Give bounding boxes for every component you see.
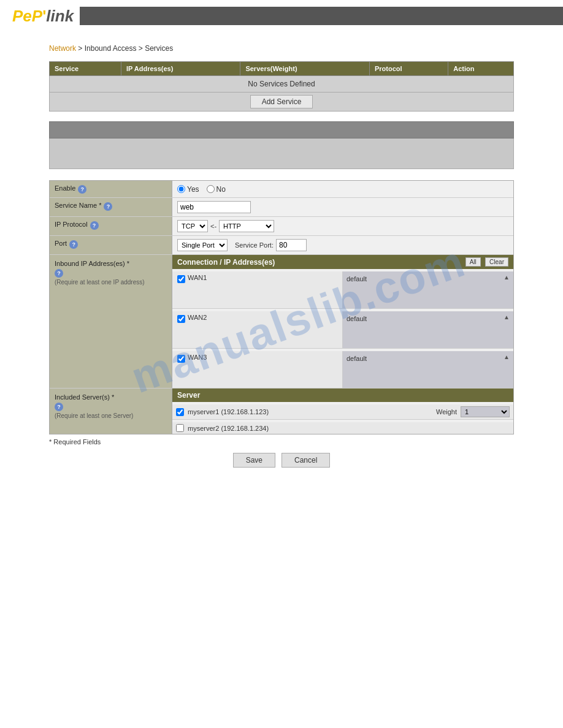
wan2-checkbox[interactable] <box>177 315 185 323</box>
wan3-checkbox-label[interactable]: WAN3 <box>177 354 207 363</box>
server1-checkbox[interactable] <box>176 408 184 416</box>
wan3-scroll-icon[interactable]: ▲ <box>504 354 510 360</box>
enable-help-icon[interactable]: ? <box>78 185 86 194</box>
logo-pep: PeP <box>12 7 42 26</box>
ip-protocol-help-icon[interactable]: ? <box>90 221 99 230</box>
included-servers-help-icon[interactable]: ? <box>55 403 63 411</box>
server-section-header: Server <box>172 389 513 402</box>
enable-label-cell: Enable ? <box>50 181 172 197</box>
included-servers-label-cell: Included Server(s) * ? (Require at least… <box>50 389 172 434</box>
save-button[interactable]: Save <box>233 453 275 468</box>
port-label-cell: Port ? <box>50 236 172 254</box>
wan1-checkbox-label[interactable]: WAN1 <box>177 274 207 283</box>
form-container: Enable ? Yes No Service Name <box>49 180 514 434</box>
wan1-ip: default <box>347 274 367 284</box>
weight-label: Weight <box>436 408 457 415</box>
enable-row: Enable ? Yes No <box>50 181 513 198</box>
wan2-ip-cell: default ▲ <box>343 311 513 348</box>
server1-row: myserver1 (192.168.1.123) Weight 1 2 3 <box>172 404 513 420</box>
enable-no-radio[interactable] <box>207 185 215 193</box>
server1-weight-select[interactable]: 1 2 3 <box>461 406 510 417</box>
all-button[interactable]: All <box>465 257 481 267</box>
service-name-label-cell: Service Name * ? <box>50 198 172 216</box>
service-port-label: Service Port: <box>235 241 274 249</box>
wan1-scroll-icon[interactable]: ▲ <box>504 274 510 281</box>
cancel-button[interactable]: Cancel <box>282 453 330 468</box>
inbound-ip-label-cell: Inbound IP Address(es) * ? (Require at l… <box>50 255 172 388</box>
breadcrumb-sep1: > <box>78 44 84 53</box>
breadcrumb-network[interactable]: Network <box>49 44 76 53</box>
main-content: Network > Inbound Access > Services Serv… <box>0 32 563 480</box>
service-name-label: Service Name * <box>55 202 101 209</box>
wan2-scroll-icon[interactable]: ▲ <box>504 314 510 320</box>
enable-yes-radio[interactable] <box>177 185 185 193</box>
wan2-row: WAN2 default ▲ <box>172 311 513 349</box>
port-type-select[interactable]: Single Port Port Range <box>177 239 228 251</box>
required-note: * Required Fields <box>49 438 514 446</box>
wan1-ip-cell: default ▲ <box>343 271 513 308</box>
col-ip-addresses: IP Address(es) <box>121 62 240 76</box>
included-servers-value-cell: Server myserver1 (192.168.1.123) Weight … <box>172 389 513 434</box>
inbound-ip-value-cell: Connection / IP Address(es) All Clear WA… <box>172 255 513 388</box>
gray-section <box>49 121 514 169</box>
col-service: Service <box>50 62 121 76</box>
service-name-value-cell <box>172 198 513 216</box>
server-header-label: Server <box>177 391 200 400</box>
service-name-help-icon[interactable]: ? <box>104 202 112 211</box>
breadcrumb-inbound-access: Inbound Access <box>85 44 137 53</box>
ip-protocol-value-cell: TCP UDP <- HTTP HTTPS FTP <box>172 217 513 235</box>
http-select[interactable]: HTTP HTTPS FTP <box>219 220 274 232</box>
port-value-input[interactable] <box>276 239 307 251</box>
no-services-text: No Services Defined <box>50 76 514 93</box>
enable-yes-label[interactable]: Yes <box>177 185 199 194</box>
service-name-input[interactable] <box>177 201 251 213</box>
enable-label: Enable <box>55 184 75 192</box>
inbound-ip-label: Inbound IP Address(es) * <box>55 260 129 267</box>
service-name-row: Service Name * ? <box>50 198 513 217</box>
port-row: Port ? Single Port Port Range Service Po… <box>50 236 513 255</box>
ip-protocol-arrow: <- <box>210 222 216 230</box>
ip-protocol-row: IP Protocol ? TCP UDP <- HTTP HTTPS FTP <box>50 217 513 236</box>
breadcrumb: Network > Inbound Access > Services <box>49 44 514 53</box>
wan2-label-cell: WAN2 <box>172 311 343 348</box>
wan1-label-cell: WAN1 <box>172 271 343 308</box>
col-protocol: Protocol <box>370 62 448 76</box>
inbound-ip-sub: (Require at least one IP address) <box>55 279 145 286</box>
wan3-checkbox[interactable] <box>177 355 185 363</box>
clear-button[interactable]: Clear <box>485 257 508 267</box>
services-table: Service IP Address(es) Servers(Weight) P… <box>49 61 514 112</box>
ip-protocol-label-cell: IP Protocol ? <box>50 217 172 235</box>
ip-protocol-label: IP Protocol <box>55 221 88 228</box>
wan1-row: WAN1 default ▲ <box>172 271 513 309</box>
ip-section-header: Connection / IP Address(es) All Clear <box>172 255 513 269</box>
included-servers-row: Included Server(s) * ? (Require at least… <box>50 389 513 434</box>
server2-checkbox[interactable] <box>176 424 184 432</box>
wan3-ip: default <box>347 354 367 363</box>
wan2-ip: default <box>347 314 367 324</box>
wan3-label: WAN3 <box>188 354 207 361</box>
col-servers-weight: Servers(Weight) <box>240 62 370 76</box>
services-table-header: Service IP Address(es) Servers(Weight) P… <box>50 62 514 76</box>
port-help-icon[interactable]: ? <box>69 240 78 249</box>
enable-value-cell: Yes No <box>172 181 513 197</box>
logo-link: link <box>46 7 74 26</box>
breadcrumb-sep2: > <box>139 44 145 53</box>
connection-header-label: Connection / IP Address(es) <box>177 258 275 267</box>
header: PeP'link <box>0 0 563 32</box>
port-value-cell: Single Port Port Range Service Port: <box>172 236 513 254</box>
included-servers-sub: (Require at least one Server) <box>55 412 133 419</box>
add-service-button[interactable]: Add Service <box>250 95 313 108</box>
inbound-ip-row: Inbound IP Address(es) * ? (Require at l… <box>50 255 513 389</box>
server2-name: myserver2 (192.168.1.234) <box>188 425 269 432</box>
server2-row: myserver2 (192.168.1.234) <box>172 422 513 434</box>
wan2-label: WAN2 <box>188 314 207 321</box>
ip-protocol-select[interactable]: TCP UDP <box>177 220 208 232</box>
included-servers-label: Included Server(s) * <box>55 393 114 401</box>
inbound-ip-help-icon[interactable]: ? <box>55 269 63 278</box>
wan2-checkbox-label[interactable]: WAN2 <box>177 314 207 323</box>
enable-no-label[interactable]: No <box>207 185 226 194</box>
breadcrumb-services: Services <box>145 44 173 53</box>
wan1-checkbox[interactable] <box>177 275 185 283</box>
wan3-row: WAN3 default ▲ <box>172 351 513 388</box>
header-bar <box>80 7 563 25</box>
